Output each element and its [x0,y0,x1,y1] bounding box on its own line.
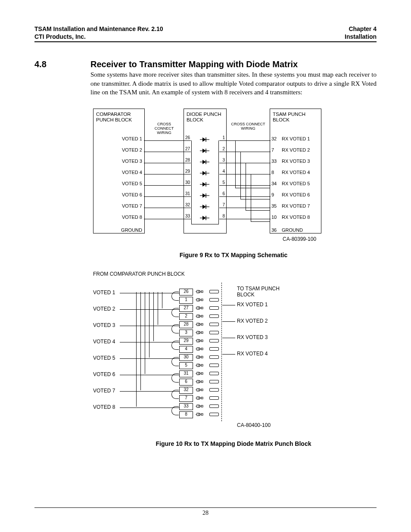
svg-rect-33 [197,290,199,293]
svg-rect-57 [197,339,199,342]
row-ground: GROUND36GROUND [93,226,326,235]
jumper-icon [209,364,219,367]
svg-marker-34 [199,290,201,293]
diode-icon [200,204,209,208]
loop-wire [171,341,179,350]
svg-marker-1 [202,137,206,142]
slot-28: 28 [179,321,193,328]
svg-marker-42 [199,307,201,309]
slot-26: 26 [179,289,193,296]
diode-pair-icon [196,380,203,384]
diode-pair-icon [196,306,203,310]
svg-rect-53 [197,331,199,334]
slot-33: 33 [179,403,193,410]
svg-marker-74 [199,372,201,375]
svg-marker-58 [199,339,201,342]
slot-7: 7 [179,395,193,402]
slot-5: 5 [179,362,193,369]
svg-marker-54 [199,331,201,334]
svg-marker-46 [199,315,201,317]
fig10-header-right: TO TSAM PUNCH BLOCK [237,286,283,298]
svg-marker-86 [199,397,201,399]
row-7: VOTED 732735RX VOTED 7 [93,202,326,211]
svg-marker-62 [199,348,201,350]
section-heading: Receiver to Transmitter Mapping with Dio… [90,59,298,69]
diode-pair-icon [196,396,203,400]
section-body: Some systems have more receiver sites th… [90,70,377,96]
diode-pair-icon [196,339,203,343]
rx-voted-label: RX VOTED 2 [237,318,268,324]
svg-rect-61 [197,348,199,350]
diode-icon [200,215,209,220]
slot-4: 4 [179,346,193,353]
diode-pair-icon [196,363,203,367]
figure-10-part-number: CA-80400-100 [237,422,271,428]
svg-marker-13 [202,171,206,175]
diode-pair-icon [196,355,203,359]
svg-rect-41 [197,307,199,309]
figure-9-caption: Figure 9 Rx to TX Mapping Schematic [90,252,377,258]
loop-wire [171,373,179,383]
row-4: VOTED 42948RX VOTED 4 [93,168,326,177]
cross-connect-label-2: CROSS CONNECT WIRING [230,122,266,131]
svg-marker-78 [199,380,201,383]
jumper-icon [209,388,219,392]
svg-rect-45 [197,315,199,317]
voted-label: VOTED 3 [93,322,115,328]
row-2: VOTED 22727RX VOTED 2 [93,146,326,155]
loop-wire [171,406,179,415]
svg-marker-29 [202,216,206,220]
svg-marker-5 [202,149,206,153]
slot-30: 30 [179,354,193,361]
diode-icon [200,148,209,152]
diode-pair-icon [196,330,203,335]
jumper-icon [209,372,219,375]
header-chapter: Chapter 4 [345,25,377,33]
svg-rect-69 [197,364,199,367]
diode-pair-icon [196,289,203,294]
row-6: VOTED 63169RX VOTED 6 [93,190,326,200]
svg-marker-38 [199,299,201,301]
jumper-icon [209,323,219,326]
jumper-icon [209,331,219,334]
voted-label: VOTED 6 [93,371,115,377]
svg-marker-70 [199,364,201,367]
dashed-column [221,283,222,421]
diode-icon [200,159,209,164]
slot-8: 8 [179,411,193,418]
jumper-icon [209,396,219,400]
loop-wire [171,390,179,399]
diode-pair-icon [196,347,203,351]
slot-2: 2 [179,313,193,320]
diode-icon [200,193,209,197]
figure-9: COMPARATOR PUNCH BLOCK DIODE PUNCH BLOCK… [90,109,377,242]
jumper-icon [209,290,219,293]
slot-27: 27 [179,305,193,312]
loop-wire [171,357,179,366]
svg-rect-89 [197,405,199,408]
voted-label: VOTED 2 [93,306,115,312]
row-5: VOTED 530534RX VOTED 5 [93,179,326,189]
section-number: 4.8 [34,59,90,69]
svg-marker-21 [202,193,206,198]
header-company: CTI Products, Inc. [34,33,163,40]
svg-rect-81 [197,389,199,391]
section-title: 4.8 Receiver to Transmitter Mapping with… [34,59,377,69]
fig10-header-left: FROM COMPARATOR PUNCH BLOCK [93,271,185,277]
loop-wire [171,324,179,333]
figure-10: FROM COMPARATOR PUNCH BLOCK TO TSAM PUNC… [90,271,377,431]
figure-10-caption: Figure 10 Rx to TX Mapping Diode Matrix … [90,440,377,447]
svg-marker-82 [199,389,201,391]
jumper-icon [209,298,219,302]
rx-voted-label: RX VOTED 4 [237,351,268,357]
jumper-icon [209,347,219,351]
svg-marker-17 [202,182,206,187]
slot-6: 6 [179,379,193,386]
slot-32: 32 [179,387,193,394]
page-header: TSAM Installation and Maintenance Rev. 2… [34,25,377,42]
slot-29: 29 [179,338,193,345]
svg-rect-93 [197,413,199,416]
row-8: VOTED 833810RX VOTED 8 [93,213,326,222]
svg-marker-9 [202,160,206,164]
svg-marker-90 [199,405,201,408]
